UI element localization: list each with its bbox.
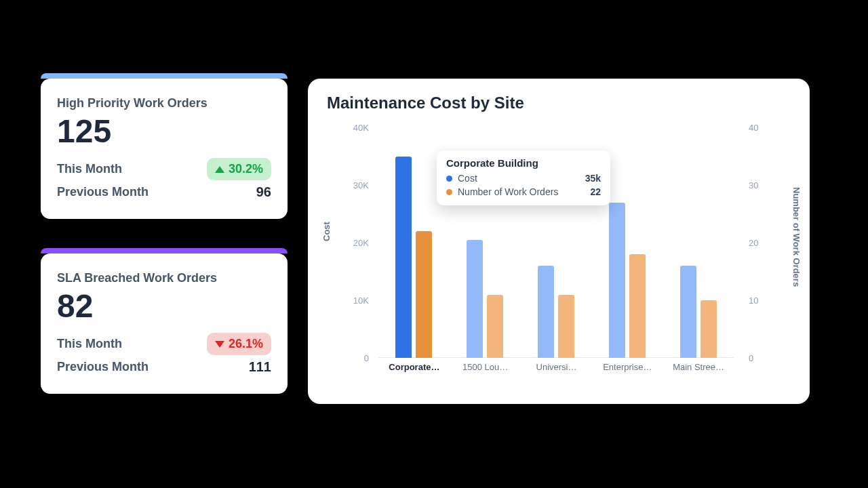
y-right-tick: 10 [749,296,778,306]
card-sla-breached: SLA Breached Work Orders 82 This Month 2… [41,253,288,394]
card-accent [41,248,288,253]
y-right-tick: 0 [749,353,778,363]
metric-title: SLA Breached Work Orders [57,271,271,285]
tooltip-label: Number of Work Orders [458,186,558,197]
y-left-tick: 10K [339,296,369,306]
tooltip-title: Corporate Building [446,157,601,169]
card-accent [41,73,288,79]
x-category-label: 1500 Lou… [450,362,521,372]
y-left-tick: 40K [339,123,369,133]
bar-cost[interactable] [467,240,483,358]
bar-work-orders[interactable] [558,295,574,359]
x-category-label: Corporate… [378,362,450,372]
legend-dot-cost [446,176,452,182]
bar-work-orders[interactable] [487,295,503,359]
prev-month-value: 111 [249,359,271,375]
x-category-label: Main Stree… [663,362,734,372]
y-left-tick: 30K [339,180,369,190]
y-right-tick: 30 [749,180,778,190]
chart-tooltip: Corporate Building Cost 35k Number of Wo… [437,150,610,205]
this-month-label: This Month [57,337,122,351]
prev-month-label: Previous Month [57,185,149,199]
triangle-down-icon [215,341,224,348]
y-axis-left-label: Cost [321,222,332,241]
bar-cost[interactable] [609,203,625,359]
bar-work-orders[interactable] [701,300,717,358]
x-category-label: Universi… [521,362,592,372]
trend-value: 26.1% [229,337,263,351]
trend-badge-down: 26.1% [207,333,271,355]
chart-card-maintenance-cost: Maintenance Cost by Site Cost Number of … [308,79,810,404]
trend-badge-up: 30.2% [207,158,271,180]
bar-work-orders[interactable] [629,254,646,358]
trend-value: 30.2% [229,162,263,176]
bar-cost[interactable] [538,266,554,358]
tooltip-value: 35k [585,173,601,184]
bar-work-orders[interactable] [416,231,432,358]
y-left-tick: 0 [339,353,369,363]
x-category-label: Enterprise… [592,362,663,372]
tooltip-label: Cost [458,173,477,184]
y-left-tick: 20K [339,238,369,248]
y-right-tick: 20 [749,238,778,248]
metric-value: 82 [57,289,271,323]
this-month-label: This Month [57,162,122,176]
triangle-up-icon [215,166,224,173]
bar-cost[interactable] [680,266,696,358]
tooltip-value: 22 [590,186,601,197]
prev-month-label: Previous Month [57,360,149,374]
card-high-priority: High Priority Work Orders 125 This Month… [41,79,288,219]
chart-title: Maintenance Cost by Site [327,94,791,113]
legend-dot-work-orders [446,189,452,195]
metric-value: 125 [57,115,271,148]
bar-cost[interactable] [395,157,412,359]
y-right-tick: 40 [749,123,778,133]
metric-title: High Priority Work Orders [57,96,271,110]
y-axis-right-label: Number of Work Orders [791,187,802,287]
prev-month-value: 96 [256,184,271,200]
